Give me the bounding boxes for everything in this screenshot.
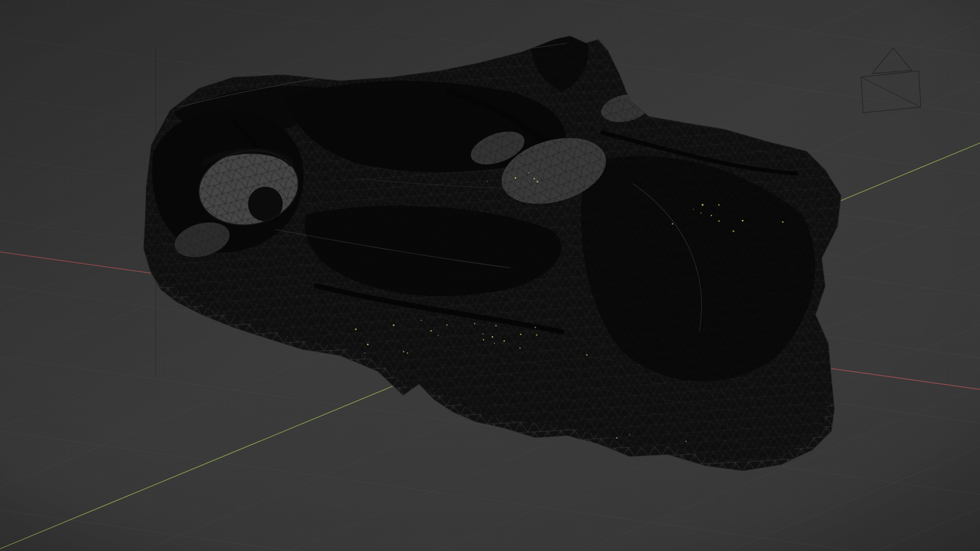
viewport-canvas[interactable] — [0, 0, 980, 551]
3d-viewport[interactable] — [0, 0, 980, 551]
